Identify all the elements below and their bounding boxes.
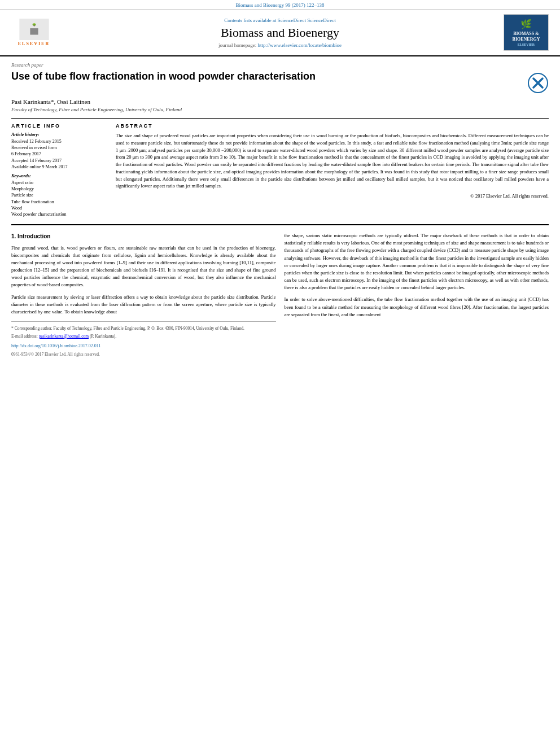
svg-rect-2 bbox=[30, 28, 38, 34]
paper-title: Use of tube flow fractionation in wood p… bbox=[11, 70, 527, 83]
keyword-morphology: Morphology bbox=[11, 186, 107, 192]
divider bbox=[11, 118, 549, 119]
sciencedirect-link[interactable]: ScienceDirect bbox=[307, 18, 335, 23]
accepted-date: Accepted 14 February 2017 bbox=[11, 158, 107, 164]
copyright-notice: © 2017 Elsevier Ltd. All rights reserved… bbox=[116, 193, 549, 199]
journal-title: Biomass and Bioenergy bbox=[56, 25, 504, 40]
footer-doi: http://dx.doi.org/10.1016/j.biombioe.201… bbox=[11, 343, 276, 350]
introduction-heading: 1. Introduction bbox=[11, 232, 276, 241]
intro-paragraph-1: Fine ground wood, that is, wood powders … bbox=[11, 244, 276, 289]
keywords-label: Keywords: bbox=[11, 173, 107, 178]
abstract-section: ABSTRACT The size and shape of powdered … bbox=[116, 123, 549, 217]
journal-homepage: journal homepage: http://www.elsevier.co… bbox=[56, 42, 504, 48]
cover-title: BIOMASS &BIOENERGY bbox=[513, 31, 540, 42]
doi-link[interactable]: http://dx.doi.org/10.1016/j.biombioe.201… bbox=[11, 343, 100, 348]
paper-title-row: Use of tube flow fractionation in wood p… bbox=[11, 70, 549, 94]
journal-cover-thumbnail: 🌿 BIOMASS &BIOENERGY ELSEVIER bbox=[504, 14, 549, 51]
right-paragraph-2: In order to solve above-mentioned diffic… bbox=[285, 296, 549, 318]
received-date: Received 12 February 2015 bbox=[11, 138, 107, 145]
footnote-section: * Corresponding author. Faculty of Techn… bbox=[11, 321, 276, 339]
sciencedirect-text: Contents lists available at ScienceDirec… bbox=[56, 18, 504, 23]
journal-citation: Biomass and Bioenergy 99 (2017) 122–138 bbox=[0, 0, 560, 10]
keyword-tube-flow: Tube flow fractionation bbox=[11, 199, 107, 205]
paper-type: Research paper bbox=[11, 62, 549, 68]
journal-banner: 🌳 ELSEVIER Contents lists available at S… bbox=[0, 10, 560, 56]
available-date: Available online 9 March 2017 bbox=[11, 164, 107, 170]
right-paragraph-1: the shape, various static microscopic me… bbox=[285, 232, 549, 291]
keyword-aspect-ratio: Aspect ratio bbox=[11, 180, 107, 186]
footnote-star: * Corresponding author. Faculty of Techn… bbox=[11, 325, 276, 332]
keyword-wood-powder: Wood powder characterisation bbox=[11, 211, 107, 217]
article-info-title: ARTICLE INFO bbox=[11, 123, 107, 129]
affiliation: Faculty of Technology, Fibre and Particl… bbox=[11, 107, 549, 112]
abstract-text: The size and shape of powdered wood part… bbox=[116, 132, 549, 190]
footnote-email: E-mail address: pasikarinkanta@hotmail.c… bbox=[11, 333, 276, 340]
elsevier-tree-icon: 🌳 bbox=[19, 19, 50, 40]
article-history-label: Article history: bbox=[11, 132, 107, 137]
body-right-column: the shape, various static microscopic me… bbox=[285, 232, 549, 357]
article-history-section: Article history: Received 12 February 20… bbox=[11, 132, 107, 170]
received-revised-date: Received in revised form6 February 2017 bbox=[11, 145, 107, 157]
homepage-link[interactable]: http://www.elsevier.com/locate/biombioe bbox=[258, 42, 342, 48]
abstract-title: ABSTRACT bbox=[116, 123, 549, 129]
article-info-abstract: ARTICLE INFO Article history: Received 1… bbox=[11, 123, 549, 217]
keywords-section: Keywords: Aspect ratio Morphology Partic… bbox=[11, 173, 107, 217]
email-link[interactable]: pasikarinkanta@hotmail.com bbox=[39, 334, 89, 339]
body-content: 1. Introduction Fine ground wood, that i… bbox=[11, 232, 549, 357]
elsevier-wordmark: ELSEVIER bbox=[18, 41, 50, 46]
footer-issn: 0961-9534/© 2017 Elsevier Ltd. All right… bbox=[11, 351, 276, 358]
bottom-divider bbox=[11, 224, 549, 225]
crossmark-badge[interactable] bbox=[527, 72, 549, 94]
article-info-panel: ARTICLE INFO Article history: Received 1… bbox=[11, 123, 107, 217]
keyword-wood: Wood bbox=[11, 205, 107, 211]
authors: Pasi Karinkanta*, Ossi Laitinen bbox=[11, 98, 549, 105]
elsevier-logo: 🌳 ELSEVIER bbox=[11, 17, 56, 48]
svg-text:🌳: 🌳 bbox=[32, 23, 36, 27]
main-content: Research paper Use of tube flow fraction… bbox=[0, 56, 560, 369]
body-left-column: 1. Introduction Fine ground wood, that i… bbox=[11, 232, 276, 357]
intro-paragraph-2: Particle size measurement by sieving or … bbox=[11, 294, 276, 316]
keyword-particle-size: Particle size bbox=[11, 192, 107, 198]
banner-center: Contents lists available at ScienceDirec… bbox=[56, 18, 504, 48]
